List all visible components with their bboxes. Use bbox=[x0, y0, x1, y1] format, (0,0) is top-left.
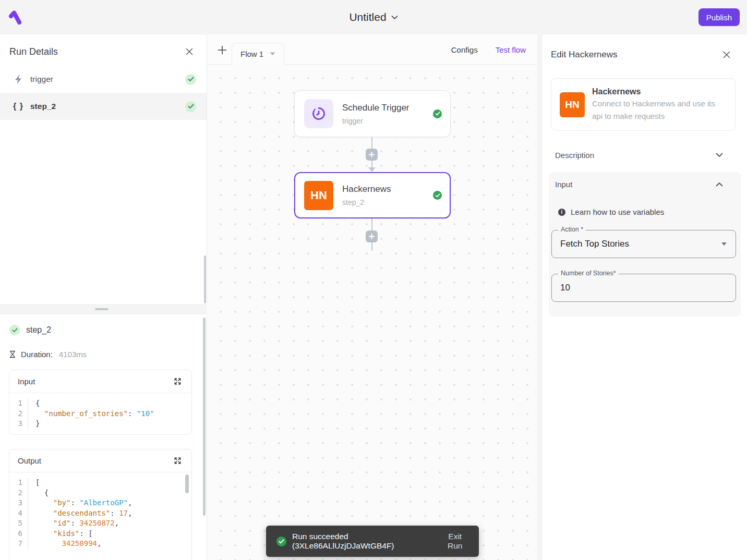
panel-resize-handle[interactable] bbox=[95, 308, 109, 310]
node-schedule-trigger[interactable]: Schedule Trigger trigger bbox=[294, 90, 451, 137]
expand-input-button[interactable] bbox=[172, 376, 183, 387]
top-bar: Untitled Publish bbox=[0, 0, 747, 34]
expand-icon bbox=[174, 457, 182, 465]
close-icon bbox=[723, 51, 730, 58]
app-name: Hackernews bbox=[592, 87, 715, 96]
code-line: 2 { bbox=[9, 488, 191, 498]
run-details-panel: Run Details trigger { } step_2 bbox=[0, 34, 207, 304]
success-check-icon bbox=[185, 74, 196, 85]
info-icon: i bbox=[558, 209, 565, 216]
hackernews-icon: HN bbox=[304, 181, 333, 210]
step-panel-scrollbar[interactable] bbox=[203, 318, 206, 516]
code-line: 1{ bbox=[9, 398, 191, 409]
code-line: 6 "kids": [ bbox=[9, 529, 191, 539]
run-details-scrollbar[interactable] bbox=[204, 255, 206, 303]
configs-button[interactable]: Configs bbox=[451, 45, 478, 54]
add-flow-button[interactable] bbox=[215, 43, 229, 57]
success-check-icon bbox=[276, 537, 286, 546]
input-card: Input 1{2 "number_of_stories": "10"3} bbox=[9, 370, 192, 435]
node-title: Hackernews bbox=[342, 184, 433, 194]
test-flow-button[interactable]: Test flow bbox=[496, 45, 526, 54]
code-line: 1[ bbox=[9, 478, 191, 488]
output-code-block: 1[2 {3 "by": "AlbertoGP",4 "descendants"… bbox=[9, 472, 191, 554]
braces-icon: { } bbox=[11, 102, 25, 111]
add-step-button[interactable] bbox=[366, 230, 378, 242]
learn-variables-link[interactable]: i Learn how to use variables bbox=[549, 196, 741, 216]
hourglass-icon bbox=[8, 350, 17, 359]
node-subtitle: trigger bbox=[342, 117, 433, 125]
flow-tab-label: Flow 1 bbox=[240, 50, 263, 58]
node-success-icon bbox=[433, 109, 442, 118]
app-description: Connect to Hackernews and use itsapi to … bbox=[592, 98, 715, 123]
input-code-block: 1{2 "number_of_stories": "10"3} bbox=[9, 393, 191, 434]
input-section: Input i Learn how to use variables Actio… bbox=[549, 172, 741, 316]
run-details-title: Run Details bbox=[9, 46, 58, 57]
expand-icon bbox=[174, 378, 182, 385]
lightning-bolt-icon bbox=[11, 74, 25, 84]
success-check-icon bbox=[9, 325, 20, 335]
output-card: Output 1[2 {3 "by": "AlbertoGP",4 "desce… bbox=[9, 449, 192, 560]
plus-icon bbox=[218, 45, 227, 55]
section-description[interactable]: Description bbox=[543, 141, 747, 168]
node-success-icon bbox=[433, 191, 442, 200]
plus-icon bbox=[369, 152, 375, 157]
learn-variables-label: Learn how to use variables bbox=[571, 208, 664, 216]
run-step-step-2[interactable]: { } step_2 bbox=[0, 93, 207, 120]
publish-button[interactable]: Publish bbox=[698, 8, 740, 26]
canvas-panel-gutter bbox=[537, 34, 543, 560]
action-field-label: Action * bbox=[558, 226, 586, 233]
run-step-trigger[interactable]: trigger bbox=[0, 66, 207, 93]
hackernews-icon: HN bbox=[560, 92, 585, 117]
step-details-panel: step_2 Duration: 4103ms Input 1{2 "numbe… bbox=[0, 314, 207, 560]
chevron-down-icon bbox=[391, 15, 398, 20]
code-line: 3} bbox=[9, 419, 191, 429]
node-subtitle: step_2 bbox=[342, 198, 433, 206]
output-card-title: Output bbox=[18, 456, 41, 465]
run-step-label: step_2 bbox=[30, 102, 185, 111]
add-step-button[interactable] bbox=[366, 149, 378, 161]
duration-value: 4103ms bbox=[59, 350, 87, 359]
exit-run-button[interactable]: Exit Run bbox=[441, 532, 468, 551]
duration-label: Duration: bbox=[21, 350, 53, 359]
description-section-label: Description bbox=[555, 151, 594, 160]
edge-arrow-icon bbox=[368, 167, 376, 172]
action-field-value: Fetch Top Stories bbox=[560, 239, 721, 249]
edit-step-panel: Edit Hackernews HN Hackernews Connect to… bbox=[543, 34, 747, 560]
schedule-timer-icon bbox=[304, 99, 333, 128]
run-step-label: trigger bbox=[30, 75, 185, 84]
chevron-up-icon bbox=[716, 182, 723, 187]
toast-message: Run succeeded (3XLe86ALlUzjDJaWtGB4F) bbox=[292, 532, 433, 551]
panel-divider bbox=[0, 304, 207, 314]
code-line: 5 "id": 34250872, bbox=[9, 518, 191, 529]
stories-field-value: 10 bbox=[560, 283, 727, 293]
flow-canvas[interactable]: Flow 1 Configs Test flow Schedule Trigge… bbox=[207, 34, 537, 560]
close-icon bbox=[186, 48, 193, 55]
flow-title-menu[interactable]: Untitled bbox=[0, 0, 747, 34]
number-of-stories-field[interactable]: Number of Stories* 10 bbox=[551, 274, 736, 302]
expand-output-button[interactable] bbox=[172, 455, 183, 467]
close-run-details-button[interactable] bbox=[184, 46, 195, 57]
caret-down-icon bbox=[270, 52, 275, 56]
node-hackernews[interactable]: HN Hackernews step_2 bbox=[294, 172, 451, 218]
code-line: 7 34250994, bbox=[9, 539, 191, 549]
edit-panel-title: Edit Hackernews bbox=[551, 50, 618, 60]
action-select[interactable]: Action * Fetch Top Stories bbox=[551, 230, 736, 258]
step-name: step_2 bbox=[26, 325, 51, 335]
app-info-card: HN Hackernews Connect to Hackernews and … bbox=[551, 78, 736, 131]
code-line: 4 "descendants": 17, bbox=[9, 508, 191, 519]
plus-icon bbox=[369, 234, 375, 239]
node-title: Schedule Trigger bbox=[342, 103, 433, 113]
input-card-title: Input bbox=[18, 377, 35, 386]
code-line: 3 "by": "AlbertoGP", bbox=[9, 498, 191, 508]
page-title: Untitled bbox=[349, 11, 386, 23]
chevron-down-icon bbox=[716, 153, 723, 157]
tab-flow-1[interactable]: Flow 1 bbox=[232, 43, 284, 65]
stories-field-label: Number of Stories* bbox=[558, 270, 619, 277]
input-section-label: Input bbox=[555, 180, 572, 189]
code-line: 2 "number_of_stories": "10" bbox=[9, 409, 191, 419]
run-status-toast: Run succeeded (3XLe86ALlUzjDJaWtGB4F) Ex… bbox=[266, 526, 479, 557]
code-scrollbar[interactable] bbox=[185, 474, 189, 493]
section-input[interactable]: Input bbox=[549, 172, 741, 196]
flow-tab-bar: Flow 1 Configs Test flow bbox=[207, 34, 537, 65]
close-edit-panel-button[interactable] bbox=[721, 49, 732, 60]
